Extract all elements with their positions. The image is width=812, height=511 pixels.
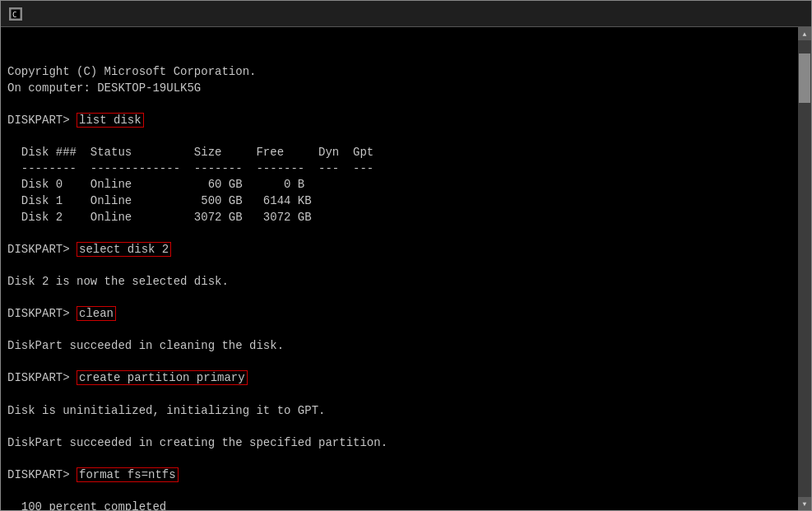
scrollbar[interactable]: ▲ ▼ <box>798 27 811 510</box>
terminal-line <box>7 451 791 467</box>
terminal-line <box>7 258 791 274</box>
terminal-line: On computer: DESKTOP-19ULK5G <box>7 81 791 97</box>
terminal-line: DiskPart succeeded in cleaning the disk. <box>7 338 791 355</box>
terminal-line: Disk is uninitialized, initializing it t… <box>7 403 791 420</box>
command-text: clean <box>77 306 116 321</box>
prompt: DISKPART> <box>7 371 77 384</box>
scrollbar-thumb[interactable] <box>799 53 810 103</box>
command-text: list disk <box>77 113 144 128</box>
terminal-line <box>7 484 791 500</box>
close-button[interactable] <box>765 1 803 27</box>
scroll-up-button[interactable]: ▲ <box>798 27 811 40</box>
window-controls <box>686 1 803 27</box>
terminal-line <box>7 225 791 242</box>
terminal-line: 100 percent completed <box>7 499 791 510</box>
terminal-line <box>7 323 791 339</box>
prompt: DISKPART> <box>7 114 77 127</box>
terminal-line <box>7 96 791 113</box>
cmd-window: C Copyright (C) Microsoft Corporation. O… <box>0 0 812 511</box>
terminal-line: Disk ### Status Size Free Dyn Gpt <box>7 145 791 161</box>
terminal-line <box>7 129 791 146</box>
terminal-line: DISKPART> clean <box>7 306 791 323</box>
terminal-line: DiskPart succeeded in creating the speci… <box>7 435 791 452</box>
minimize-button[interactable] <box>686 1 724 27</box>
terminal-line: DISKPART> format fs=ntfs <box>7 467 791 484</box>
terminal-line: Disk 2 Online 3072 GB 3072 GB <box>7 210 791 226</box>
window-icon: C <box>9 7 22 21</box>
terminal-line: Copyright (C) Microsoft Corporation. <box>7 64 791 81</box>
terminal-line: Disk 2 is now the selected disk. <box>7 274 791 290</box>
terminal-line <box>7 355 791 371</box>
prompt: DISKPART> <box>7 307 77 320</box>
terminal-line: -------- ------------- ------- ------- -… <box>7 161 791 178</box>
prompt: DISKPART> <box>7 243 77 256</box>
svg-text:C: C <box>12 11 16 19</box>
prompt: DISKPART> <box>7 468 77 481</box>
terminal-line <box>7 290 791 307</box>
terminal-line <box>7 387 791 403</box>
terminal-line: DISKPART> create partition primary <box>7 370 791 387</box>
command-text: select disk 2 <box>77 242 171 257</box>
terminal-line: Disk 0 Online 60 GB 0 B <box>7 177 791 193</box>
command-text: format fs=ntfs <box>77 467 179 482</box>
terminal-line: DISKPART> list disk <box>7 113 791 129</box>
terminal-line <box>7 419 791 435</box>
terminal-content[interactable]: Copyright (C) Microsoft Corporation. On … <box>1 27 798 510</box>
terminal-area: Copyright (C) Microsoft Corporation. On … <box>1 27 811 510</box>
command-text: create partition primary <box>77 370 248 385</box>
terminal-line: DISKPART> select disk 2 <box>7 242 791 258</box>
maximize-button[interactable] <box>726 1 763 27</box>
terminal-line: Disk 1 Online 500 GB 6144 KB <box>7 193 791 210</box>
title-bar: C <box>1 1 811 27</box>
scroll-down-button[interactable]: ▼ <box>798 497 811 510</box>
